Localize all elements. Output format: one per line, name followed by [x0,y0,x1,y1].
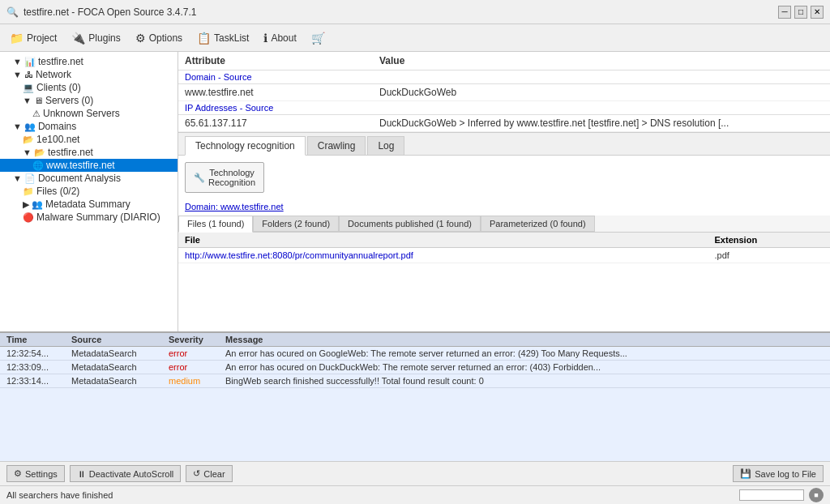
sidebar-item-servers[interactable]: ▼ 🖥 Servers (0) [0,94,178,107]
menu-options[interactable]: ⚙ Options [129,28,189,48]
bottom-toolbar-left: ⚙ Settings ⏸ Deactivate AutoScroll ↺ Cle… [6,465,233,482]
sidebar-item-doc-analysis-label: Document Analysis [38,173,121,184]
app-icon: 🔍 [6,6,19,18]
menu-cart[interactable]: 🛒 [305,28,332,48]
sidebar-item-files[interactable]: 📁 Files (0/2) [0,185,178,198]
bottom-toolbar: ⚙ Settings ⏸ Deactivate AutoScroll ↺ Cle… [0,461,830,485]
technology-recognition-button[interactable]: 🔧 Technology Recognition [185,162,264,193]
domain-link-container: Domain: www.testfire.net [178,199,830,216]
settings-button[interactable]: ⚙ Settings [6,465,65,482]
attribute-table: Attribute Value Domain - Source www.test… [178,52,830,133]
testfire-icon: 📂 [34,147,45,158]
log-row[interactable]: 12:33:14... MetadataSearch medium BingWe… [0,374,830,388]
clear-label: Clear [203,469,225,479]
attr-header-value: Value [379,55,824,66]
domain-link[interactable]: Domain: www.testfire.net [185,199,284,211]
log-content: 12:32:54... MetadataSearch error An erro… [0,347,830,461]
testfire-expand-icon: ▼ [23,147,32,157]
sidebar-item-domains[interactable]: ▼ 👥 Domains [0,120,178,133]
sidebar-item-1e100-label: 1e100.net [36,134,79,145]
maximize-button[interactable]: □ [794,6,807,19]
deactivate-autoscroll-button[interactable]: ⏸ Deactivate AutoScroll [70,465,182,482]
progress-container: ■ [739,488,824,502]
menu-project[interactable]: 📁 Project [3,28,63,48]
log-row[interactable]: 12:33:09... MetadataSearch error An erro… [0,361,830,374]
root-icon: ▼ [13,57,22,66]
files-tab-bar: Files (1 found) Folders (2 found) Docume… [178,216,830,233]
servers-icon: 🖥 [34,96,43,105]
ip-row-value: DuckDuckGoWeb > Inferred by www.testfire… [379,117,824,129]
menu-plugins[interactable]: 🔌 Plugins [65,28,126,48]
stop-button[interactable]: ■ [809,488,824,502]
sidebar-item-www[interactable]: 🌐 www.testfire.net [0,159,178,172]
sidebar-item-metadata-label: Metadata Summary [45,199,130,210]
files-table-container: File Extension http://www.testfire.net:8… [178,233,830,331]
clear-icon: ↺ [193,468,200,479]
domains-icon: 👥 [24,122,36,132]
status-bar: All searchers have finished ■ [0,485,830,504]
sidebar-item-testfire-label: testfire.net [48,147,93,158]
log-severity: medium [169,376,225,386]
log-time: 12:33:14... [6,376,71,386]
files-icon: 📁 [23,186,34,197]
menu-tasklist-label: TaskList [214,32,249,44]
tasklist-icon: 📋 [197,32,211,45]
sidebar: ▼ 📊 testfire.net ▼ 🖧 Network 💻 Clients (… [0,52,178,331]
settings-icon: ⚙ [14,468,22,479]
menu-about[interactable]: ℹ About [257,28,302,48]
save-log-button[interactable]: 💾 Save log to File [733,465,824,482]
content-area: Attribute Value Domain - Source www.test… [178,52,830,331]
autoscroll-icon: ⏸ [77,469,86,479]
log-source: MetadataSearch [71,376,169,386]
minimize-button[interactable]: ─ [778,6,791,19]
log-source: MetadataSearch [71,362,169,372]
options-icon: ⚙ [135,32,146,45]
menu-tasklist[interactable]: 📋 TaskList [190,28,255,48]
domain-row-value: DuckDuckGoWeb [379,87,824,98]
domains-expand-icon: ▼ [13,122,22,131]
sidebar-item-testfire[interactable]: ▼ 📂 testfire.net [0,146,178,159]
menu-project-label: Project [27,32,57,44]
network-expand-icon: ▼ [13,70,22,79]
title-bar: 🔍 testfire.net - FOCA Open Source 3.4.7.… [0,0,830,24]
tech-button-label: Technology Recognition [208,168,255,187]
domain-section-header: Domain - Source [178,70,830,84]
settings-label: Settings [25,469,58,479]
tab-log[interactable]: Log [367,136,404,155]
sidebar-item-clients[interactable]: 💻 Clients (0) [0,81,178,94]
menu-options-label: Options [149,32,182,44]
files-tab-folders[interactable]: Folders (2 found) [253,216,339,232]
sidebar-item-network[interactable]: ▼ 🖧 Network [0,68,178,81]
tab-crawling[interactable]: Crawling [307,136,366,155]
sidebar-item-doc-analysis[interactable]: ▼ 📄 Document Analysis [0,172,178,185]
log-row[interactable]: 12:32:54... MetadataSearch error An erro… [0,347,830,361]
files-tab-documents[interactable]: Documents published (1 found) [339,216,481,232]
sidebar-item-malware[interactable]: 🔴 Malware Summary (DIARIO) [0,211,178,224]
tech-recognition-area: 🔧 Technology Recognition [178,156,830,199]
menu-about-label: About [271,32,296,44]
sidebar-item-malware-label: Malware Summary (DIARIO) [36,211,160,223]
files-tab-parameterized[interactable]: Parameterized (0 found) [481,216,595,232]
ip-row-attr: 65.61.137.117 [185,117,379,129]
cart-icon: 🛒 [311,32,325,45]
sidebar-item-metadata[interactable]: ▶ 👥 Metadata Summary [0,198,178,211]
metadata-expand-icon: ▶ [23,199,29,210]
save-log-label: Save log to File [755,469,816,479]
sidebar-item-unknown-servers[interactable]: ⚠ Unknown Servers [0,107,178,120]
log-source: MetadataSearch [71,348,169,358]
sidebar-item-1e100[interactable]: 📂 1e100.net [0,133,178,146]
sidebar-item-root[interactable]: ▼ 📊 testfire.net [0,55,178,68]
plugins-icon: 🔌 [71,32,85,45]
www-icon: 🌐 [32,160,44,171]
clear-button[interactable]: ↺ Clear [186,465,232,482]
doc-expand-icon: ▼ [13,173,22,183]
table-row[interactable]: http://www.testfire.net:8080/pr/communit… [178,248,830,263]
tab-technology-recognition[interactable]: Technology recognition [185,136,306,156]
log-header-severity: Severity [169,335,225,344]
unknown-servers-icon: ⚠ [32,109,41,119]
sidebar-item-files-label: Files (0/2) [36,186,79,197]
files-tab-files[interactable]: Files (1 found) [178,216,253,233]
log-severity: error [169,362,225,372]
project-icon: 📁 [10,32,24,45]
close-button[interactable]: ✕ [811,6,824,19]
